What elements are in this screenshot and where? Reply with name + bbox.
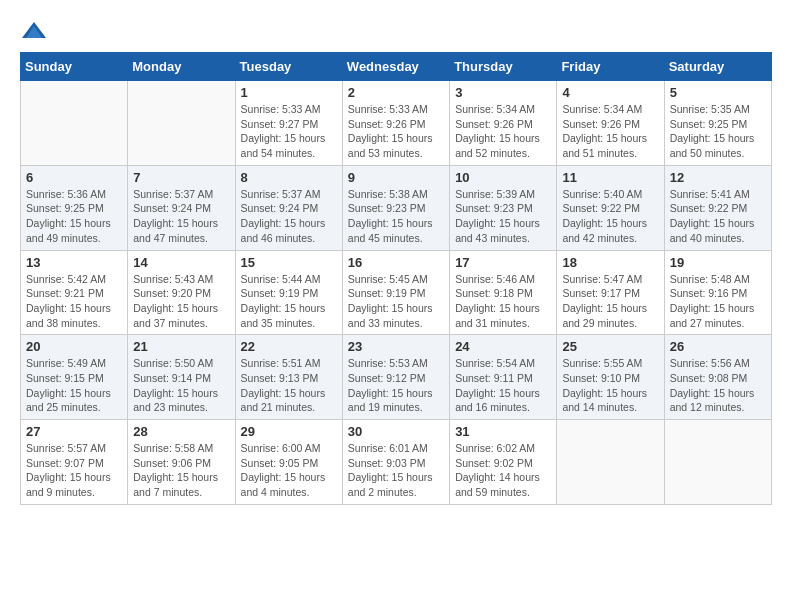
day-info: Sunrise: 5:33 AM Sunset: 9:27 PM Dayligh… [241,102,337,161]
calendar-cell: 12Sunrise: 5:41 AM Sunset: 9:22 PM Dayli… [664,165,771,250]
day-number: 12 [670,170,766,185]
weekday-header-saturday: Saturday [664,53,771,81]
calendar-cell [21,81,128,166]
weekday-header-tuesday: Tuesday [235,53,342,81]
day-info: Sunrise: 5:37 AM Sunset: 9:24 PM Dayligh… [241,187,337,246]
day-info: Sunrise: 5:53 AM Sunset: 9:12 PM Dayligh… [348,356,444,415]
day-info: Sunrise: 5:35 AM Sunset: 9:25 PM Dayligh… [670,102,766,161]
day-number: 30 [348,424,444,439]
day-info: Sunrise: 5:57 AM Sunset: 9:07 PM Dayligh… [26,441,122,500]
day-number: 14 [133,255,229,270]
day-number: 27 [26,424,122,439]
day-info: Sunrise: 6:02 AM Sunset: 9:02 PM Dayligh… [455,441,551,500]
day-info: Sunrise: 5:50 AM Sunset: 9:14 PM Dayligh… [133,356,229,415]
day-number: 26 [670,339,766,354]
day-info: Sunrise: 5:38 AM Sunset: 9:23 PM Dayligh… [348,187,444,246]
day-number: 3 [455,85,551,100]
calendar-cell: 3Sunrise: 5:34 AM Sunset: 9:26 PM Daylig… [450,81,557,166]
calendar-cell: 15Sunrise: 5:44 AM Sunset: 9:19 PM Dayli… [235,250,342,335]
calendar-cell: 18Sunrise: 5:47 AM Sunset: 9:17 PM Dayli… [557,250,664,335]
day-info: Sunrise: 5:34 AM Sunset: 9:26 PM Dayligh… [455,102,551,161]
day-info: Sunrise: 5:55 AM Sunset: 9:10 PM Dayligh… [562,356,658,415]
day-info: Sunrise: 5:43 AM Sunset: 9:20 PM Dayligh… [133,272,229,331]
calendar-week-2: 6Sunrise: 5:36 AM Sunset: 9:25 PM Daylig… [21,165,772,250]
day-info: Sunrise: 6:01 AM Sunset: 9:03 PM Dayligh… [348,441,444,500]
calendar-cell: 23Sunrise: 5:53 AM Sunset: 9:12 PM Dayli… [342,335,449,420]
calendar-cell: 26Sunrise: 5:56 AM Sunset: 9:08 PM Dayli… [664,335,771,420]
calendar-cell: 16Sunrise: 5:45 AM Sunset: 9:19 PM Dayli… [342,250,449,335]
day-number: 16 [348,255,444,270]
calendar-cell: 31Sunrise: 6:02 AM Sunset: 9:02 PM Dayli… [450,420,557,505]
calendar-cell: 28Sunrise: 5:58 AM Sunset: 9:06 PM Dayli… [128,420,235,505]
calendar-cell: 29Sunrise: 6:00 AM Sunset: 9:05 PM Dayli… [235,420,342,505]
weekday-header-wednesday: Wednesday [342,53,449,81]
calendar-week-3: 13Sunrise: 5:42 AM Sunset: 9:21 PM Dayli… [21,250,772,335]
calendar-cell [557,420,664,505]
calendar-cell: 7Sunrise: 5:37 AM Sunset: 9:24 PM Daylig… [128,165,235,250]
day-number: 31 [455,424,551,439]
day-info: Sunrise: 5:45 AM Sunset: 9:19 PM Dayligh… [348,272,444,331]
day-info: Sunrise: 5:48 AM Sunset: 9:16 PM Dayligh… [670,272,766,331]
calendar: SundayMondayTuesdayWednesdayThursdayFrid… [20,52,772,505]
calendar-cell: 25Sunrise: 5:55 AM Sunset: 9:10 PM Dayli… [557,335,664,420]
calendar-cell: 30Sunrise: 6:01 AM Sunset: 9:03 PM Dayli… [342,420,449,505]
day-info: Sunrise: 5:47 AM Sunset: 9:17 PM Dayligh… [562,272,658,331]
calendar-cell: 5Sunrise: 5:35 AM Sunset: 9:25 PM Daylig… [664,81,771,166]
calendar-header: SundayMondayTuesdayWednesdayThursdayFrid… [21,53,772,81]
calendar-week-1: 1Sunrise: 5:33 AM Sunset: 9:27 PM Daylig… [21,81,772,166]
calendar-cell: 13Sunrise: 5:42 AM Sunset: 9:21 PM Dayli… [21,250,128,335]
day-number: 21 [133,339,229,354]
weekday-header-sunday: Sunday [21,53,128,81]
day-info: Sunrise: 5:46 AM Sunset: 9:18 PM Dayligh… [455,272,551,331]
calendar-cell: 10Sunrise: 5:39 AM Sunset: 9:23 PM Dayli… [450,165,557,250]
calendar-cell [664,420,771,505]
day-info: Sunrise: 5:39 AM Sunset: 9:23 PM Dayligh… [455,187,551,246]
calendar-cell: 11Sunrise: 5:40 AM Sunset: 9:22 PM Dayli… [557,165,664,250]
weekday-header-monday: Monday [128,53,235,81]
day-number: 13 [26,255,122,270]
calendar-cell: 20Sunrise: 5:49 AM Sunset: 9:15 PM Dayli… [21,335,128,420]
calendar-cell: 24Sunrise: 5:54 AM Sunset: 9:11 PM Dayli… [450,335,557,420]
calendar-cell: 9Sunrise: 5:38 AM Sunset: 9:23 PM Daylig… [342,165,449,250]
day-info: Sunrise: 5:42 AM Sunset: 9:21 PM Dayligh… [26,272,122,331]
weekday-row: SundayMondayTuesdayWednesdayThursdayFrid… [21,53,772,81]
calendar-cell: 21Sunrise: 5:50 AM Sunset: 9:14 PM Dayli… [128,335,235,420]
day-info: Sunrise: 5:56 AM Sunset: 9:08 PM Dayligh… [670,356,766,415]
day-number: 20 [26,339,122,354]
day-number: 15 [241,255,337,270]
day-info: Sunrise: 5:51 AM Sunset: 9:13 PM Dayligh… [241,356,337,415]
header [20,20,772,42]
day-number: 10 [455,170,551,185]
day-info: Sunrise: 5:58 AM Sunset: 9:06 PM Dayligh… [133,441,229,500]
day-info: Sunrise: 5:37 AM Sunset: 9:24 PM Dayligh… [133,187,229,246]
calendar-week-4: 20Sunrise: 5:49 AM Sunset: 9:15 PM Dayli… [21,335,772,420]
weekday-header-thursday: Thursday [450,53,557,81]
weekday-header-friday: Friday [557,53,664,81]
day-number: 25 [562,339,658,354]
calendar-cell: 6Sunrise: 5:36 AM Sunset: 9:25 PM Daylig… [21,165,128,250]
day-number: 5 [670,85,766,100]
day-info: Sunrise: 5:54 AM Sunset: 9:11 PM Dayligh… [455,356,551,415]
calendar-cell [128,81,235,166]
calendar-cell: 22Sunrise: 5:51 AM Sunset: 9:13 PM Dayli… [235,335,342,420]
day-info: Sunrise: 5:49 AM Sunset: 9:15 PM Dayligh… [26,356,122,415]
day-number: 23 [348,339,444,354]
calendar-cell: 1Sunrise: 5:33 AM Sunset: 9:27 PM Daylig… [235,81,342,166]
day-number: 6 [26,170,122,185]
calendar-cell: 27Sunrise: 5:57 AM Sunset: 9:07 PM Dayli… [21,420,128,505]
day-number: 7 [133,170,229,185]
calendar-week-5: 27Sunrise: 5:57 AM Sunset: 9:07 PM Dayli… [21,420,772,505]
day-info: Sunrise: 5:34 AM Sunset: 9:26 PM Dayligh… [562,102,658,161]
day-number: 2 [348,85,444,100]
day-number: 4 [562,85,658,100]
day-number: 9 [348,170,444,185]
logo-icon [20,20,48,42]
day-number: 22 [241,339,337,354]
logo [20,20,52,42]
day-info: Sunrise: 5:36 AM Sunset: 9:25 PM Dayligh… [26,187,122,246]
day-number: 17 [455,255,551,270]
day-info: Sunrise: 5:41 AM Sunset: 9:22 PM Dayligh… [670,187,766,246]
day-number: 11 [562,170,658,185]
day-info: Sunrise: 5:44 AM Sunset: 9:19 PM Dayligh… [241,272,337,331]
calendar-cell: 8Sunrise: 5:37 AM Sunset: 9:24 PM Daylig… [235,165,342,250]
